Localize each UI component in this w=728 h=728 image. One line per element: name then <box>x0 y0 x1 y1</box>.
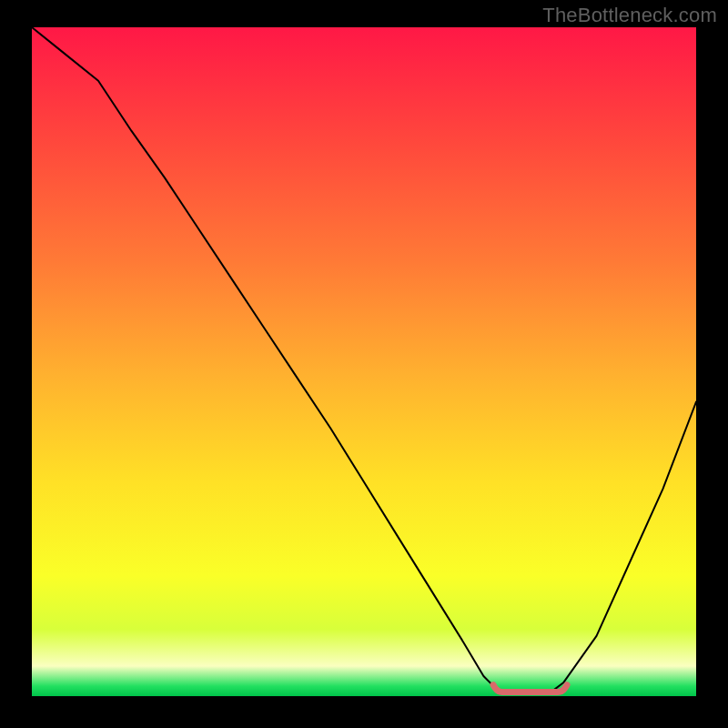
watermark-text: TheBottleneck.com <box>542 4 717 27</box>
chart-svg <box>32 27 696 696</box>
chart-plot <box>32 27 696 696</box>
chart-background <box>32 27 696 696</box>
chart-container: TheBottleneck.com <box>0 0 728 728</box>
